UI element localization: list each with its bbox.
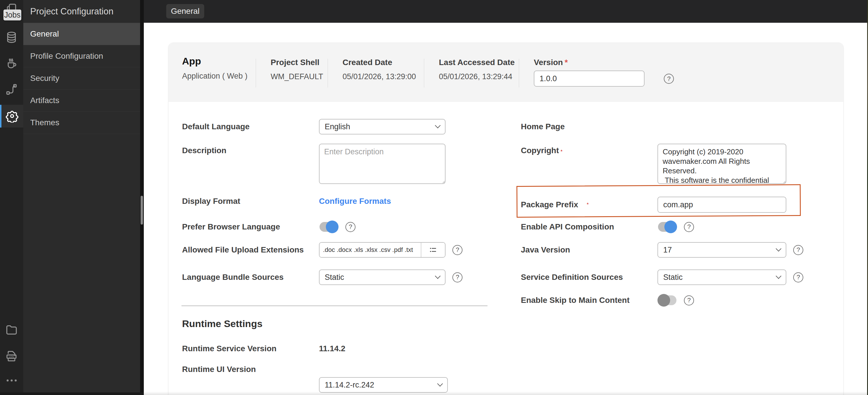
runtime-ui-version-select[interactable]: 11.14.2-rc.242 xyxy=(319,377,448,393)
package-prefix-input[interactable] xyxy=(657,197,786,213)
window-bottom-edge xyxy=(0,392,144,395)
app-name: App xyxy=(182,56,201,67)
enable-skip-to-main-toggle[interactable] xyxy=(657,294,677,307)
folder-icon[interactable] xyxy=(5,323,18,336)
header-separator xyxy=(519,59,519,87)
log-file-icon[interactable]: LOG xyxy=(5,349,18,363)
chevron-down-icon xyxy=(776,273,781,279)
configure-formats-link[interactable]: Configure Formats xyxy=(319,197,391,206)
project-configuration-sidebar: Project Configuration General Profile Co… xyxy=(23,0,140,395)
required-asterisk: * xyxy=(561,149,562,154)
extensions-list-button[interactable] xyxy=(421,243,445,257)
prefer-browser-language-label-row: Prefer Browser Language xyxy=(182,221,280,233)
language-bundle-sources-help-icon[interactable]: ? xyxy=(453,272,463,282)
enable-api-composition-row: ? xyxy=(657,221,694,233)
prefer-browser-language-row: ? xyxy=(319,221,355,233)
icon-rail: LOG xyxy=(0,0,23,395)
sidebar-item-profile-configuration[interactable]: Profile Configuration xyxy=(23,45,140,67)
language-bundle-sources-label-row: Language Bundle Sources xyxy=(182,270,284,285)
allowed-extensions-combo xyxy=(319,242,445,258)
more-options-icon[interactable] xyxy=(7,379,17,382)
prefer-browser-language-help-icon[interactable]: ? xyxy=(345,222,355,232)
chevron-down-icon xyxy=(435,123,441,129)
sidebar-item-themes[interactable]: Themes xyxy=(23,112,140,134)
gear-icon xyxy=(5,109,19,123)
allowed-extensions-help-icon[interactable]: ? xyxy=(453,245,463,255)
chevron-down-icon xyxy=(776,246,781,252)
allowed-extensions-row: ? xyxy=(319,242,463,258)
sidebar-item-artifacts[interactable]: Artifacts xyxy=(23,89,140,112)
service-definition-sources-help-icon[interactable]: ? xyxy=(793,272,803,282)
java-version-label-row: Java Version xyxy=(521,242,570,258)
header-separator xyxy=(256,59,256,87)
sidebar-title: Project Configuration xyxy=(23,0,140,23)
allowed-extensions-label-row: Allowed File Upload Extensions xyxy=(182,242,304,258)
version-label: Version* xyxy=(534,58,568,67)
last-accessed-date-label: Last Accessed Date xyxy=(439,58,515,67)
chevron-down-icon xyxy=(435,273,441,279)
log-icon-label: LOG xyxy=(9,355,14,358)
description-label: Description xyxy=(182,146,226,155)
header-separator xyxy=(424,59,424,87)
created-date-value: 05/01/2026, 13:29:00 xyxy=(343,72,416,81)
created-date-label: Created Date xyxy=(343,58,392,67)
enable-api-composition-toggle[interactable] xyxy=(657,221,677,233)
copyright-label: Copyright* xyxy=(521,146,562,155)
database-icon[interactable] xyxy=(5,31,18,44)
general-settings-card: App Application ( Web ) Project Shell WM… xyxy=(168,43,843,395)
java-version-help-icon[interactable]: ? xyxy=(793,245,803,255)
enable-api-composition-label-row: Enable API Composition xyxy=(521,221,614,233)
copyright-textarea[interactable]: Copyright (c) 2019-2020 wavemaker.com Al… xyxy=(657,144,786,184)
version-help-icon[interactable]: ? xyxy=(664,74,674,84)
scrollbar-thumb[interactable] xyxy=(141,196,143,225)
home-page-label-row: Home Page xyxy=(521,119,565,135)
default-language-label-row: Default Language xyxy=(182,119,309,135)
sidebar-divider xyxy=(140,0,144,395)
required-asterisk: * xyxy=(587,202,588,207)
section-divider xyxy=(182,305,488,306)
list-icon xyxy=(429,245,438,254)
java-version-row: 17 ? xyxy=(657,242,803,258)
default-language-select[interactable]: English xyxy=(319,119,445,135)
allowed-extensions-input[interactable] xyxy=(319,243,421,257)
required-asterisk: * xyxy=(565,58,568,67)
java-services-icon[interactable] xyxy=(5,57,18,70)
content-bottom-fade xyxy=(144,392,868,395)
java-version-select[interactable]: 17 xyxy=(657,242,786,258)
runtime-settings-heading: Runtime Settings xyxy=(182,318,262,329)
app-summary-header: App Application ( Web ) Project Shell WM… xyxy=(168,43,843,102)
language-bundle-sources-select[interactable]: Static xyxy=(319,270,445,285)
service-definition-sources-select[interactable]: Static xyxy=(657,270,786,285)
sidebar-item-general[interactable]: General xyxy=(23,23,140,45)
runtime-ui-version-label-row: Runtime UI Version xyxy=(182,362,256,377)
version-input[interactable] xyxy=(534,70,645,87)
enable-skip-to-main-label-row: Enable Skip to Main Content xyxy=(521,294,629,307)
language-bundle-sources-row: Static ? xyxy=(319,270,463,285)
main-area: General App Application ( Web ) Project … xyxy=(144,0,868,395)
content-scroll-area: App Application ( Web ) Project Shell WM… xyxy=(144,23,868,395)
workflow-icon[interactable] xyxy=(5,83,18,96)
settings-nav-active[interactable] xyxy=(0,105,23,128)
prefer-browser-language-toggle[interactable] xyxy=(319,221,339,233)
display-format-row: Configure Formats xyxy=(319,194,391,209)
runtime-service-version-value: 11.14.2 xyxy=(319,344,345,353)
enable-api-composition-help-icon[interactable]: ? xyxy=(684,222,694,232)
active-indicator xyxy=(0,105,1,128)
last-accessed-date-value: 05/01/2026, 13:29:44 xyxy=(439,72,512,81)
service-definition-sources-row: Static ? xyxy=(657,270,803,285)
runtime-service-version-value-row: 11.14.2 xyxy=(319,343,345,355)
runtime-service-version-label-row: Runtime Service Version xyxy=(182,343,276,355)
enable-skip-to-main-help-icon[interactable]: ? xyxy=(684,295,694,306)
service-definition-sources-label-row: Service Definition Sources xyxy=(521,270,623,285)
enable-skip-to-main-row: ? xyxy=(657,294,694,307)
description-textarea[interactable] xyxy=(319,144,445,184)
package-prefix-label-row: Package Prefix* xyxy=(521,197,588,213)
header-separator xyxy=(328,59,328,87)
project-shell-label: Project Shell xyxy=(271,58,319,67)
display-format-label-row: Display Format xyxy=(182,194,240,209)
content-topbar: General xyxy=(144,0,868,23)
app-type: Application ( Web ) xyxy=(182,72,248,81)
sidebar-item-security[interactable]: Security xyxy=(23,67,140,89)
jobs-tooltip: Jobs xyxy=(3,9,21,21)
tab-general[interactable]: General xyxy=(166,4,204,19)
